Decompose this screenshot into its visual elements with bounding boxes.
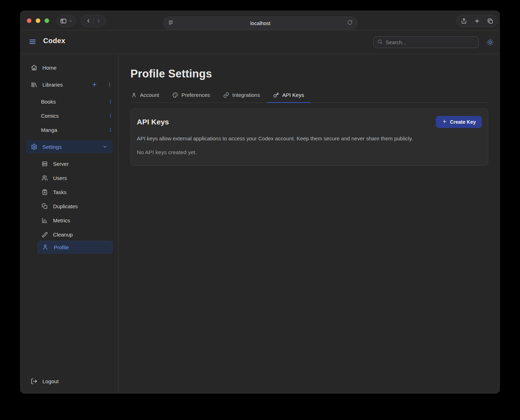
sidebar-item-label: Metrics	[53, 217, 118, 223]
url-text[interactable]: localhost	[174, 21, 347, 26]
tab-label: Account	[140, 92, 159, 98]
close-window-button[interactable]	[27, 18, 31, 23]
history-nav	[81, 15, 106, 27]
sidebar: Home Libraries Books	[21, 54, 119, 393]
bar-chart-icon	[42, 217, 48, 224]
share-icon[interactable]	[461, 18, 467, 24]
comics-kebab-icon[interactable]	[108, 113, 113, 118]
main-content: Profile Settings Account Preferences	[119, 54, 499, 393]
copy-icon	[42, 203, 48, 210]
sidebar-item-label: Settings	[42, 144, 98, 150]
books-kebab-icon[interactable]	[108, 99, 113, 104]
tab-label: API Keys	[282, 92, 304, 98]
chevron-down-icon	[103, 144, 107, 149]
sidebar-item-libraries[interactable]: Libraries	[21, 79, 118, 90]
create-key-label: Create Key	[450, 119, 476, 125]
new-tab-icon[interactable]	[474, 18, 480, 24]
search-input[interactable]	[386, 40, 475, 45]
sidebar-item-label: Users	[53, 175, 118, 181]
maximize-window-button[interactable]	[45, 18, 49, 23]
clipboard-icon	[42, 189, 48, 196]
page-title: Profile Settings	[130, 68, 488, 80]
home-icon	[31, 64, 37, 71]
library-item-label: Books	[41, 99, 103, 105]
manga-kebab-icon[interactable]	[108, 127, 113, 133]
sidebar-item-profile[interactable]: Profile	[37, 241, 112, 253]
sidebar-item-label: Duplicates	[53, 203, 118, 209]
server-icon	[42, 161, 48, 167]
tab-overview-icon[interactable]	[487, 18, 493, 24]
tab-api-keys[interactable]: API Keys	[273, 92, 305, 103]
nav-divider	[93, 17, 94, 24]
tab-preferences[interactable]: Preferences	[172, 92, 211, 103]
gear-icon	[31, 144, 37, 150]
sidebar-item-settings[interactable]: Settings	[26, 140, 112, 153]
api-keys-card: API Keys Create Key API keys allow exter…	[130, 109, 488, 166]
address-bar[interactable]: localhost	[163, 17, 357, 30]
sidebar-item-label: Libraries	[42, 82, 87, 88]
tab-account[interactable]: Account	[130, 92, 160, 103]
user-icon	[131, 92, 137, 98]
sidebar-item-manga[interactable]: Manga	[21, 124, 118, 135]
sidebar-item-books[interactable]: Books	[21, 96, 118, 107]
paintbrush-icon	[42, 231, 48, 238]
tab-label: Preferences	[181, 92, 210, 98]
library-item-label: Manga	[41, 127, 103, 133]
sidebar-item-label: Cleanup	[53, 232, 118, 238]
library-item-label: Comics	[41, 113, 103, 119]
sidebar-item-home[interactable]: Home	[21, 62, 118, 73]
tab-integrations[interactable]: Integrations	[223, 92, 261, 103]
sidebar-item-cleanup[interactable]: Cleanup	[21, 229, 118, 240]
chevron-down-icon	[69, 19, 72, 23]
key-icon	[273, 92, 279, 98]
sidebar-item-label: Server	[53, 161, 118, 167]
users-icon	[42, 175, 48, 181]
forward-button[interactable]	[96, 18, 101, 24]
search-icon	[377, 39, 383, 46]
sidebar-item-label: Home	[42, 65, 118, 71]
tab-label: Integrations	[232, 92, 260, 98]
sidebar-item-label: Logout	[42, 378, 118, 384]
add-library-icon[interactable]	[92, 82, 97, 87]
link-icon	[223, 92, 229, 98]
minimize-window-button[interactable]	[36, 18, 40, 23]
libraries-kebab-icon[interactable]	[107, 82, 112, 87]
sidebar-panel-icon	[60, 18, 67, 24]
logout-icon	[31, 378, 37, 385]
browser-chrome: localhost	[21, 11, 499, 30]
sidebar-item-users[interactable]: Users	[21, 172, 118, 183]
card-title: API Keys	[137, 118, 169, 126]
card-description: API keys allow external applications to …	[137, 135, 482, 141]
search-box[interactable]	[373, 36, 479, 48]
palette-icon	[173, 92, 178, 98]
menu-icon[interactable]	[29, 38, 36, 47]
browser-window: localhost Codex	[20, 11, 500, 393]
create-key-button[interactable]: Create Key	[436, 116, 482, 128]
sidebar-item-duplicates[interactable]: Duplicates	[21, 200, 118, 212]
sidebar-item-metrics[interactable]: Metrics	[21, 215, 118, 226]
sidebar-item-server[interactable]: Server	[21, 158, 118, 169]
refresh-icon[interactable]	[347, 20, 352, 27]
traffic-lights	[27, 18, 49, 23]
empty-state-text: No API keys created yet.	[137, 149, 482, 156]
sidebar-toggle-button[interactable]	[57, 15, 76, 27]
settings-tabs: Account Preferences Integrations	[130, 92, 488, 103]
app-title: Codex	[43, 37, 65, 45]
reader-view-icon[interactable]	[168, 20, 174, 27]
sidebar-item-label: Profile	[54, 244, 112, 250]
libraries-icon	[31, 81, 37, 88]
sidebar-item-label: Tasks	[53, 189, 118, 195]
plus-icon	[442, 119, 447, 125]
sidebar-item-comics[interactable]: Comics	[21, 110, 118, 121]
browser-actions	[456, 15, 498, 27]
sidebar-item-logout[interactable]: Logout	[21, 375, 118, 387]
sidebar-item-tasks[interactable]: Tasks	[21, 186, 118, 198]
user-icon	[42, 244, 49, 251]
theme-toggle-sun-icon[interactable]	[486, 39, 494, 47]
app-header: Codex	[21, 30, 499, 54]
back-button[interactable]	[86, 18, 91, 24]
